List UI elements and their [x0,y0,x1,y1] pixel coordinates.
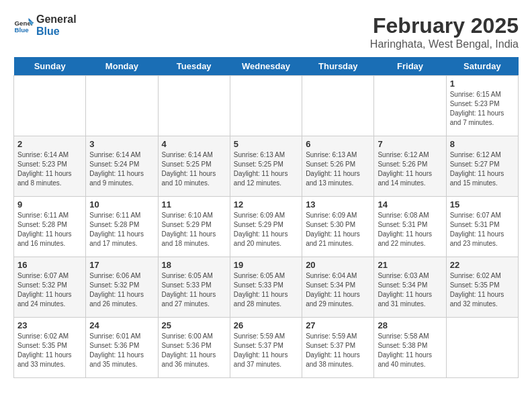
calendar-cell: 27Sunrise: 5:59 AM Sunset: 5:37 PM Dayli… [302,318,374,378]
column-header-monday: Monday [86,57,158,76]
column-header-wednesday: Wednesday [230,57,302,76]
calendar-cell: 12Sunrise: 6:09 AM Sunset: 5:29 PM Dayli… [230,197,302,257]
calendar-cell [302,76,374,136]
day-info: Sunrise: 6:02 AM Sunset: 5:35 PM Dayligh… [17,332,82,369]
logo-blue: Blue [36,26,77,38]
day-number: 26 [234,320,298,330]
subtitle: Haringhata, West Bengal, India [370,38,519,50]
day-number: 3 [89,139,154,149]
week-row-2: 2Sunrise: 6:14 AM Sunset: 5:23 PM Daylig… [14,136,519,197]
day-info: Sunrise: 6:09 AM Sunset: 5:30 PM Dayligh… [306,211,370,248]
day-number: 20 [306,260,370,270]
day-number: 6 [306,139,370,149]
column-header-thursday: Thursday [302,57,374,76]
day-info: Sunrise: 6:14 AM Sunset: 5:25 PM Dayligh… [162,150,226,188]
day-info: Sunrise: 5:59 AM Sunset: 5:37 PM Dayligh… [306,332,370,369]
column-header-sunday: Sunday [14,57,86,76]
calendar-cell: 11Sunrise: 6:10 AM Sunset: 5:29 PM Dayli… [158,197,230,257]
day-number: 25 [162,320,226,330]
title-area: February 2025 Haringhata, West Bengal, I… [370,13,519,50]
header-row: SundayMondayTuesdayWednesdayThursdayFrid… [14,57,519,76]
calendar-cell [374,76,446,136]
column-header-saturday: Saturday [446,57,518,76]
calendar-cell: 7Sunrise: 6:12 AM Sunset: 5:26 PM Daylig… [374,136,446,197]
calendar-cell: 6Sunrise: 6:13 AM Sunset: 5:26 PM Daylig… [302,136,374,197]
day-info: Sunrise: 6:14 AM Sunset: 5:24 PM Dayligh… [89,150,154,188]
calendar-cell [446,318,518,378]
calendar-cell: 1Sunrise: 6:15 AM Sunset: 5:23 PM Daylig… [446,76,518,136]
logo-icon: General Blue [13,15,34,36]
calendar-cell: 15Sunrise: 6:07 AM Sunset: 5:31 PM Dayli… [446,197,518,257]
day-number: 19 [234,260,298,270]
calendar-cell: 19Sunrise: 6:05 AM Sunset: 5:33 PM Dayli… [230,257,302,318]
calendar-cell: 26Sunrise: 5:59 AM Sunset: 5:37 PM Dayli… [230,318,302,378]
day-info: Sunrise: 6:00 AM Sunset: 5:36 PM Dayligh… [162,332,226,369]
calendar-cell: 9Sunrise: 6:11 AM Sunset: 5:28 PM Daylig… [14,197,86,257]
calendar-cell: 8Sunrise: 6:12 AM Sunset: 5:27 PM Daylig… [446,136,518,197]
calendar-cell: 14Sunrise: 6:08 AM Sunset: 5:31 PM Dayli… [374,197,446,257]
day-info: Sunrise: 6:08 AM Sunset: 5:31 PM Dayligh… [378,211,442,248]
day-number: 7 [378,139,442,149]
week-row-1: 1Sunrise: 6:15 AM Sunset: 5:23 PM Daylig… [14,76,519,136]
calendar-cell: 2Sunrise: 6:14 AM Sunset: 5:23 PM Daylig… [14,136,86,197]
day-info: Sunrise: 6:10 AM Sunset: 5:29 PM Dayligh… [162,211,226,248]
week-row-3: 9Sunrise: 6:11 AM Sunset: 5:28 PM Daylig… [14,197,519,257]
day-number: 10 [89,199,154,210]
day-info: Sunrise: 6:14 AM Sunset: 5:23 PM Dayligh… [17,150,82,188]
calendar-cell: 23Sunrise: 6:02 AM Sunset: 5:35 PM Dayli… [14,318,86,378]
calendar-cell: 16Sunrise: 6:07 AM Sunset: 5:32 PM Dayli… [14,257,86,318]
calendar-cell: 10Sunrise: 6:11 AM Sunset: 5:28 PM Dayli… [86,197,158,257]
day-info: Sunrise: 6:06 AM Sunset: 5:32 PM Dayligh… [89,271,154,309]
day-info: Sunrise: 6:05 AM Sunset: 5:33 PM Dayligh… [234,271,298,309]
column-header-tuesday: Tuesday [158,57,230,76]
day-info: Sunrise: 6:13 AM Sunset: 5:25 PM Dayligh… [234,150,298,188]
day-number: 23 [17,320,82,330]
day-info: Sunrise: 6:05 AM Sunset: 5:33 PM Dayligh… [162,271,226,309]
day-number: 27 [306,320,370,330]
calendar-cell: 3Sunrise: 6:14 AM Sunset: 5:24 PM Daylig… [86,136,158,197]
day-info: Sunrise: 6:04 AM Sunset: 5:34 PM Dayligh… [306,271,370,309]
calendar-cell: 28Sunrise: 5:58 AM Sunset: 5:38 PM Dayli… [374,318,446,378]
day-number: 18 [162,260,226,270]
calendar-cell [158,76,230,136]
calendar-cell: 20Sunrise: 6:04 AM Sunset: 5:34 PM Dayli… [302,257,374,318]
day-info: Sunrise: 6:07 AM Sunset: 5:31 PM Dayligh… [450,211,515,248]
calendar-cell: 17Sunrise: 6:06 AM Sunset: 5:32 PM Dayli… [86,257,158,318]
calendar-cell [14,76,86,136]
week-row-4: 16Sunrise: 6:07 AM Sunset: 5:32 PM Dayli… [14,257,519,318]
day-info: Sunrise: 6:01 AM Sunset: 5:36 PM Dayligh… [89,332,154,369]
day-info: Sunrise: 6:03 AM Sunset: 5:34 PM Dayligh… [378,271,442,309]
day-info: Sunrise: 5:58 AM Sunset: 5:38 PM Dayligh… [378,332,442,369]
day-number: 11 [162,199,226,210]
calendar-cell: 25Sunrise: 6:00 AM Sunset: 5:36 PM Dayli… [158,318,230,378]
day-info: Sunrise: 6:07 AM Sunset: 5:32 PM Dayligh… [17,271,82,309]
day-number: 14 [378,199,442,210]
svg-text:Blue: Blue [15,26,30,33]
day-number: 2 [17,139,82,149]
day-info: Sunrise: 6:12 AM Sunset: 5:26 PM Dayligh… [378,150,442,188]
day-number: 24 [89,320,154,330]
day-info: Sunrise: 6:12 AM Sunset: 5:27 PM Dayligh… [450,150,515,188]
day-info: Sunrise: 5:59 AM Sunset: 5:37 PM Dayligh… [234,332,298,369]
week-row-5: 23Sunrise: 6:02 AM Sunset: 5:35 PM Dayli… [14,318,519,378]
day-number: 17 [89,260,154,270]
day-number: 4 [162,139,226,149]
logo-general: General [36,13,77,26]
day-number: 9 [17,199,82,210]
day-info: Sunrise: 6:02 AM Sunset: 5:35 PM Dayligh… [450,271,515,309]
day-info: Sunrise: 6:09 AM Sunset: 5:29 PM Dayligh… [234,211,298,248]
day-number: 1 [450,79,515,89]
calendar-cell [86,76,158,136]
day-number: 5 [234,139,298,149]
calendar-cell: 13Sunrise: 6:09 AM Sunset: 5:30 PM Dayli… [302,197,374,257]
day-number: 28 [378,320,442,330]
day-number: 22 [450,260,515,270]
day-number: 13 [306,199,370,210]
calendar-cell: 21Sunrise: 6:03 AM Sunset: 5:34 PM Dayli… [374,257,446,318]
day-info: Sunrise: 6:13 AM Sunset: 5:26 PM Dayligh… [306,150,370,188]
day-number: 15 [450,199,515,210]
calendar-table: SundayMondayTuesdayWednesdayThursdayFrid… [13,57,519,378]
day-number: 16 [17,260,82,270]
column-header-friday: Friday [374,57,446,76]
page-header: General Blue General Blue February 2025 … [13,13,519,50]
